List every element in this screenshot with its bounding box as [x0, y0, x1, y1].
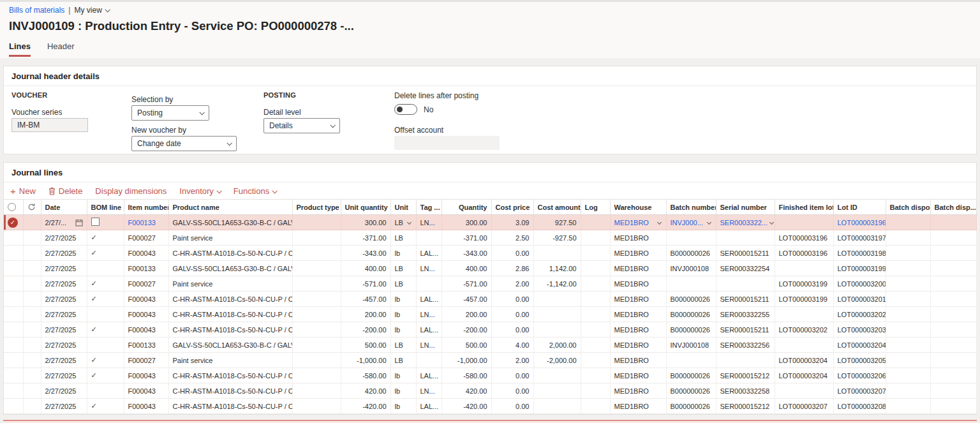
- cell-product-name[interactable]: C-HR-ASTM-A1018-Cs-50-N-CU-P / C-H...: [168, 368, 292, 383]
- cell-tag[interactable]: LN...: [416, 338, 442, 353]
- cell-lot-id[interactable]: LOT000003207: [833, 383, 886, 399]
- cell-bom-line[interactable]: [87, 383, 124, 399]
- cell-bom-line[interactable]: ✓: [87, 399, 124, 414]
- cell-product-type[interactable]: [292, 276, 341, 292]
- row-select-cell[interactable]: [4, 353, 23, 368]
- cell-unit[interactable]: lb: [390, 246, 416, 261]
- cell-batch-disposition-code[interactable]: [886, 322, 930, 338]
- journal-line-row[interactable]: 2/27/2025✓F000027Paint service-1,000.00L…: [4, 353, 976, 368]
- column-header-product-name[interactable]: Product name: [168, 200, 292, 215]
- cell-warehouse[interactable]: MED1BRO: [610, 353, 666, 368]
- cell-serial-number[interactable]: [716, 230, 775, 246]
- cell-batch-disposition-code[interactable]: [886, 261, 930, 276]
- cell-serial-number[interactable]: [716, 276, 775, 292]
- cell-unit-quantity[interactable]: 200.00: [341, 307, 390, 322]
- cell-unit-quantity[interactable]: -580.00: [341, 368, 390, 383]
- column-header-batch-disp[interactable]: Batch disp...: [930, 200, 976, 215]
- column-header-product-type[interactable]: Product type: [292, 200, 341, 215]
- cell-serial-number[interactable]: SER000015212: [716, 368, 775, 383]
- cell-finished-item-lot[interactable]: LOT000003204: [775, 353, 833, 368]
- cell-lot-id[interactable]: LOT000003206: [833, 368, 886, 383]
- cell-cost-amount[interactable]: [533, 383, 581, 399]
- cell-finished-item-lot[interactable]: LOT000003202: [775, 322, 833, 338]
- cell-batch-disposition-code[interactable]: [886, 215, 930, 230]
- cell-batch-disposition-code[interactable]: [886, 276, 930, 292]
- cell-batch-number[interactable]: INVJ000108: [666, 261, 716, 276]
- cell-unit[interactable]: LB: [390, 338, 416, 353]
- cell-cost-price[interactable]: 0.00: [491, 292, 533, 307]
- cell-log[interactable]: [581, 307, 610, 322]
- cell-lot-id[interactable]: LOT000003204: [833, 338, 886, 353]
- cell-cost-price[interactable]: 0.00: [491, 383, 533, 399]
- cell-batch-disposition-status[interactable]: [930, 292, 976, 307]
- cell-serial-number[interactable]: SER0003322...: [716, 215, 775, 230]
- cell-bom-line[interactable]: ✓: [87, 322, 124, 338]
- cell-item-number[interactable]: F000043: [124, 292, 168, 307]
- cell-unit[interactable]: lb: [390, 307, 416, 322]
- cell-date[interactable]: 2/27/2025: [41, 353, 87, 368]
- journal-line-row[interactable]: 2/27/2025✓F000027Paint service-371.00LB-…: [4, 230, 976, 246]
- cell-product-name[interactable]: GALV-SS-50CL1A653-G30-B-C / GALV-SS...: [168, 261, 292, 276]
- tab-lines[interactable]: Lines: [9, 41, 31, 57]
- cell-lot-id[interactable]: LOT000003203: [833, 322, 886, 338]
- cell-batch-disposition-status[interactable]: [930, 338, 976, 353]
- cell-product-name[interactable]: Paint service: [168, 230, 292, 246]
- cell-cost-amount[interactable]: [533, 322, 581, 338]
- cell-unit-quantity[interactable]: 300.00: [341, 215, 390, 230]
- cell-batch-number[interactable]: [666, 276, 716, 292]
- cell-batch-number[interactable]: B000000026: [666, 307, 716, 322]
- column-header-finished-item-lot[interactable]: Finished item lot: [775, 200, 833, 215]
- cell-product-name[interactable]: Paint service: [168, 353, 292, 368]
- cell-serial-number[interactable]: SER000332258: [716, 383, 775, 399]
- cell-item-number[interactable]: F000043: [124, 383, 168, 399]
- column-header-serial-number[interactable]: Serial number: [716, 200, 775, 215]
- cell-bom-line[interactable]: ✓: [87, 353, 124, 368]
- cell-product-type[interactable]: [292, 261, 341, 276]
- cell-unit-quantity[interactable]: 400.00: [341, 261, 390, 276]
- cell-warehouse[interactable]: MED1BRO: [610, 399, 666, 414]
- cell-unit[interactable]: lb: [390, 383, 416, 399]
- new-button[interactable]: +New: [10, 186, 36, 196]
- cell-date[interactable]: 2/27/2025: [41, 383, 87, 399]
- cell-batch-number[interactable]: INVJ000108: [666, 338, 716, 353]
- cell-lot-id[interactable]: LOT000003199: [833, 261, 886, 276]
- cell-bom-line[interactable]: ✓: [87, 292, 124, 307]
- row-select-cell[interactable]: [4, 246, 23, 261]
- cell-product-name[interactable]: C-HR-ASTM-A1018-Cs-50-N-CU-P / C-H...: [168, 383, 292, 399]
- cell-batch-disposition-code[interactable]: [886, 368, 930, 383]
- cell-tag[interactable]: LAL...: [416, 246, 442, 261]
- breadcrumb-link-bills-of-materials[interactable]: Bills of materials: [9, 6, 64, 15]
- cell-cost-price[interactable]: 4.00: [491, 338, 533, 353]
- cell-lot-id[interactable]: LOT000003197: [833, 230, 886, 246]
- cell-finished-item-lot[interactable]: [775, 215, 833, 230]
- cell-batch-disposition-status[interactable]: [930, 399, 976, 414]
- cell-cost-amount[interactable]: [533, 292, 581, 307]
- cell-item-number[interactable]: F000133: [124, 215, 168, 230]
- cell-date[interactable]: 2/27/2025: [41, 307, 87, 322]
- row-select-cell[interactable]: ✓: [4, 215, 23, 230]
- cell-lot-id[interactable]: LOT000003208: [833, 399, 886, 414]
- row-select-cell[interactable]: [4, 383, 23, 399]
- cell-product-type[interactable]: [292, 215, 341, 230]
- cell-tag[interactable]: LN...: [416, 215, 442, 230]
- cell-unit-quantity[interactable]: -457.00: [341, 292, 390, 307]
- row-select-cell[interactable]: [4, 399, 23, 414]
- cell-batch-disposition-status[interactable]: [930, 276, 976, 292]
- column-header-warehouse[interactable]: Warehouse: [610, 200, 666, 215]
- cell-cost-price[interactable]: 2.00: [491, 276, 533, 292]
- journal-line-row[interactable]: 2/27/2025✓F000043C-HR-ASTM-A1018-Cs-50-N…: [4, 322, 976, 338]
- cell-finished-item-lot[interactable]: [775, 261, 833, 276]
- cell-unit-quantity[interactable]: 500.00: [341, 338, 390, 353]
- cell-tag[interactable]: [416, 353, 442, 368]
- cell-product-name[interactable]: GALV-SS-50CL1A653-G30-B-C / GALV-SS...: [168, 338, 292, 353]
- cell-unit[interactable]: LB: [390, 276, 416, 292]
- column-header-batch-number[interactable]: Batch number: [666, 200, 716, 215]
- cell-unit[interactable]: lb: [390, 322, 416, 338]
- bom-line-checkbox[interactable]: [91, 218, 100, 226]
- cell-finished-item-lot[interactable]: LOT000003196: [775, 230, 833, 246]
- cell-quantity[interactable]: -371.00: [442, 230, 491, 246]
- cell-tag[interactable]: LAL...: [416, 368, 442, 383]
- next-section-strip[interactable]: [3, 420, 977, 423]
- cell-cost-price[interactable]: 0.00: [491, 322, 533, 338]
- cell-batch-disposition-status[interactable]: [930, 230, 976, 246]
